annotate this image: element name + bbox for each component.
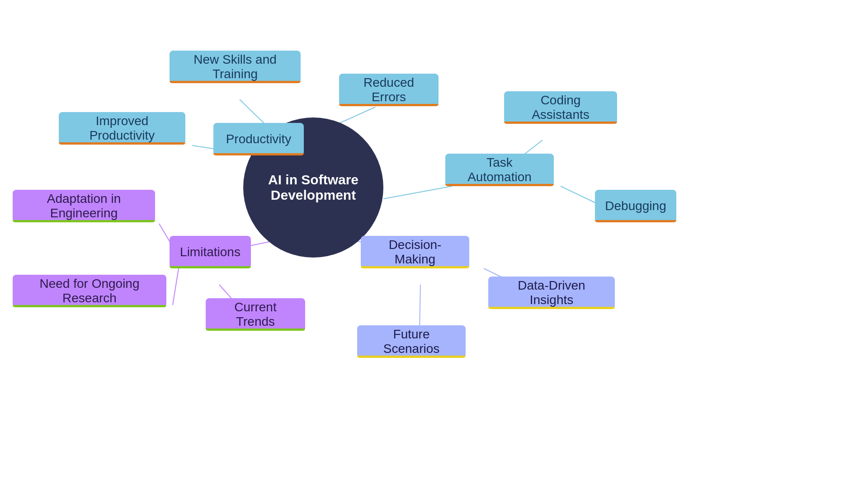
node-productivity[interactable]: Productivity [213, 123, 304, 155]
node-task-automation[interactable]: Task Automation [445, 154, 554, 186]
node-limitations[interactable]: Limitations [170, 236, 251, 268]
svg-line-4 [383, 186, 452, 199]
node-ongoing-research[interactable]: Need for Ongoing Research [13, 275, 166, 307]
node-improved-productivity[interactable]: Improved Productivity [59, 112, 185, 145]
node-debugging[interactable]: Debugging [595, 190, 676, 222]
svg-line-13 [420, 285, 420, 330]
node-current-trends[interactable]: Current Trends [206, 298, 305, 331]
node-coding-assistants[interactable]: Coding Assistants [504, 91, 617, 124]
node-data-driven[interactable]: Data-Driven Insights [488, 277, 615, 309]
node-decision-making[interactable]: Decision-Making [361, 236, 469, 268]
node-adaptation[interactable]: Adaptation in Engineering [13, 190, 155, 222]
node-future-scenarios[interactable]: Future Scenarios [357, 325, 466, 358]
node-reduced-errors[interactable]: Reduced Errors [339, 74, 439, 106]
svg-line-9 [173, 268, 179, 305]
node-new-skills[interactable]: New Skills and Training [170, 51, 301, 83]
